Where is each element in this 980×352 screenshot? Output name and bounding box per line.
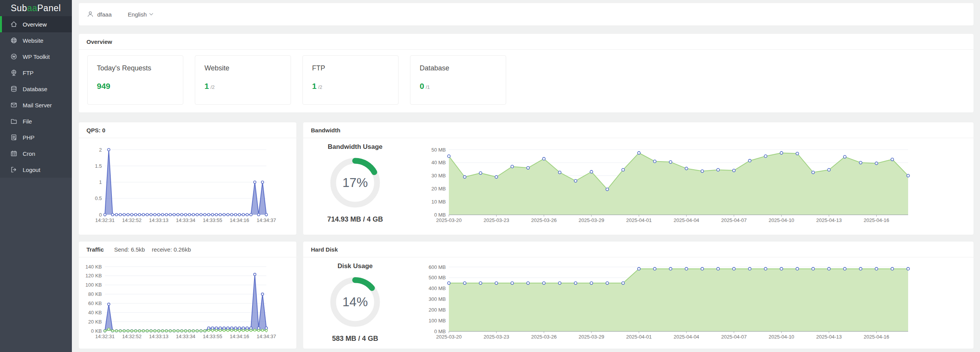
disk-gauge-title: Disk Usage	[337, 262, 373, 270]
globe-icon	[10, 37, 18, 44]
sidebar-item-website[interactable]: Website	[0, 32, 72, 48]
svg-text:2: 2	[99, 147, 102, 153]
svg-text:2025-03-23: 2025-03-23	[483, 334, 509, 340]
disk-panel: Hard Disk Disk Usage 14% 583 MB / 4 GB 6…	[303, 242, 973, 349]
svg-text:10 MB: 10 MB	[431, 199, 446, 205]
svg-text:14:34:37: 14:34:37	[257, 217, 276, 223]
qps-panel-header: QPS: 0	[79, 122, 296, 138]
sidebar-item-ftp[interactable]: FTP	[0, 65, 72, 81]
svg-text:14:33:34: 14:33:34	[176, 217, 196, 223]
svg-text:2025-04-10: 2025-04-10	[769, 217, 794, 223]
traffic-receive-label: receive: 0.26kb	[152, 246, 191, 253]
svg-text:2025-04-04: 2025-04-04	[674, 334, 699, 340]
bandwidth-gauge-title: Bandwidth Usage	[328, 143, 383, 151]
sidebar-item-label: File	[23, 118, 32, 125]
svg-text:2025-04-10: 2025-04-10	[769, 334, 794, 340]
traffic-title: Traffic	[86, 246, 104, 253]
logout-icon	[10, 166, 18, 173]
svg-text:2025-04-04: 2025-04-04	[674, 217, 699, 223]
main-content: dfaaa English Overview Today's Requests …	[72, 0, 980, 352]
sidebar-item-label: Mail Server	[23, 102, 52, 108]
svg-text:14:33:55: 14:33:55	[203, 334, 223, 339]
svg-text:40 MB: 40 MB	[431, 160, 446, 165]
svg-text:60 KB: 60 KB	[88, 300, 102, 306]
folder-icon	[10, 117, 18, 125]
stat-card-database: Database 0 /1	[410, 55, 506, 105]
traffic-panel-header: Traffic Send: 6.5kb receive: 0.26kb	[79, 242, 296, 257]
svg-text:0: 0	[99, 212, 102, 218]
svg-text:2025-03-23: 2025-03-23	[483, 217, 509, 223]
app-logo: Sub aaPanel	[0, 0, 72, 16]
svg-text:14:32:31: 14:32:31	[95, 334, 115, 339]
svg-text:20 KB: 20 KB	[88, 319, 102, 325]
home-icon	[10, 20, 18, 28]
qps-title: QPS: 0	[86, 127, 105, 133]
php-doc-icon	[10, 133, 18, 141]
logo-accent: aa	[27, 3, 37, 13]
svg-text:2025-04-01: 2025-04-01	[626, 334, 652, 340]
sidebar-item-label: PHP	[23, 134, 35, 141]
sidebar-item-label: Website	[23, 37, 43, 44]
svg-text:2025-03-26: 2025-03-26	[531, 217, 557, 223]
overview-title: Overview	[86, 38, 112, 45]
stat-suffix: /2	[211, 84, 215, 90]
stat-card-website: Website 1 /2	[195, 55, 291, 105]
sidebar-item-label: WP Toolkit	[23, 53, 50, 60]
stat-value: 1	[312, 82, 317, 91]
sidebar-item-logout[interactable]: Logout	[0, 162, 72, 178]
stat-value: 949	[97, 82, 110, 91]
traffic-send-label: Send: 6.5kb	[114, 246, 145, 253]
stat-suffix: /2	[318, 84, 322, 90]
svg-text:100 KB: 100 KB	[85, 282, 102, 288]
svg-text:14%: 14%	[342, 295, 368, 309]
bandwidth-chart: 50 MB40 MB30 MB20 MB10 MB0 MB2025-03-202…	[407, 138, 973, 232]
svg-text:2025-04-01: 2025-04-01	[626, 217, 652, 223]
svg-text:2025-04-16: 2025-04-16	[864, 217, 889, 223]
stat-value: 1	[204, 82, 209, 91]
bandwidth-usage-text: 714.93 MB / 4 GB	[327, 215, 383, 224]
username: dfaaa	[97, 11, 112, 18]
sidebar-item-cron[interactable]: Cron	[0, 145, 72, 162]
stat-card-today-s-requests: Today's Requests 949	[87, 55, 183, 105]
mail-icon	[10, 101, 18, 109]
logo-suffix: Panel	[37, 3, 61, 13]
svg-text:14:32:52: 14:32:52	[122, 334, 142, 339]
svg-text:2025-03-20: 2025-03-20	[436, 334, 462, 340]
sidebar-item-php[interactable]: PHP	[0, 129, 72, 145]
svg-text:2025-04-16: 2025-04-16	[864, 334, 889, 340]
stat-label: FTP	[312, 64, 389, 72]
sidebar-item-file[interactable]: File	[0, 113, 72, 129]
calendar-icon	[10, 150, 18, 157]
svg-text:2025-03-20: 2025-03-20	[436, 217, 462, 223]
svg-text:0.5: 0.5	[95, 195, 102, 201]
svg-text:14:33:55: 14:33:55	[203, 217, 223, 223]
overview-panel-header: Overview	[79, 34, 973, 50]
svg-text:400 MB: 400 MB	[429, 285, 446, 291]
disk-chart: 600 MB500 MB400 MB300 MB200 MB100 MB0 MB…	[407, 257, 973, 349]
sidebar-item-label: Database	[23, 86, 47, 92]
stat-label: Database	[420, 64, 497, 72]
sidebar-menu: Overview Website WP Toolkit FTP Database…	[0, 16, 72, 178]
user-menu[interactable]: dfaaa	[87, 11, 112, 18]
svg-text:14:34:16: 14:34:16	[230, 217, 249, 223]
sidebar-item-database[interactable]: Database	[0, 81, 72, 97]
sidebar-item-label: Cron	[23, 150, 35, 157]
logo-prefix: Sub	[11, 3, 27, 13]
qps-panel: QPS: 0 21.510.5014:32:3114:32:5214:33:13…	[79, 122, 296, 235]
disk-title: Hard Disk	[311, 246, 338, 253]
topbar: dfaaa English	[79, 3, 973, 25]
svg-text:2025-03-26: 2025-03-26	[531, 334, 557, 340]
language-selector[interactable]: English	[128, 11, 153, 18]
wordpress-icon	[10, 53, 18, 60]
svg-text:140 KB: 140 KB	[85, 264, 102, 270]
bandwidth-gauge: 17%	[326, 154, 384, 213]
svg-text:14:32:31: 14:32:31	[95, 217, 115, 223]
svg-text:2025-04-13: 2025-04-13	[816, 334, 842, 340]
sidebar-item-wp-toolkit[interactable]: WP Toolkit	[0, 48, 72, 65]
svg-text:14:32:52: 14:32:52	[122, 217, 142, 223]
sidebar-item-mail-server[interactable]: Mail Server	[0, 97, 72, 113]
svg-text:2025-04-13: 2025-04-13	[816, 217, 842, 223]
stat-label: Today's Requests	[97, 64, 174, 72]
svg-text:30 MB: 30 MB	[431, 173, 446, 179]
sidebar-item-overview[interactable]: Overview	[0, 16, 72, 32]
